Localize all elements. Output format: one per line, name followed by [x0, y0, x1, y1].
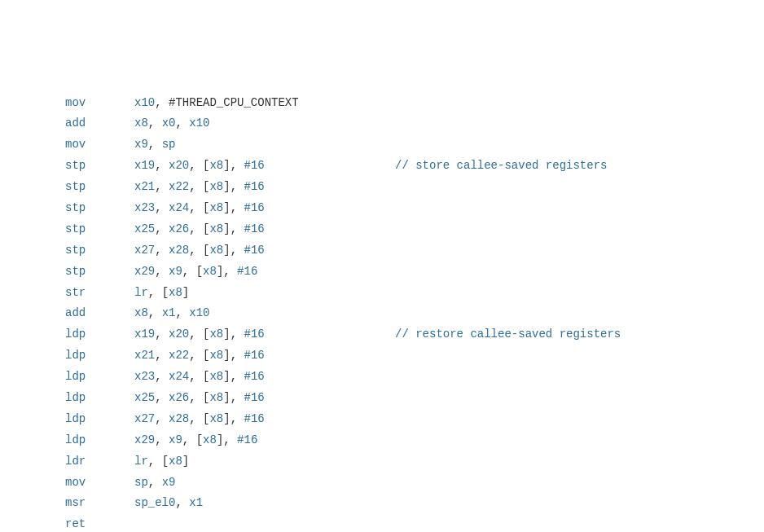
comment: // restore callee-saved registers [395, 328, 621, 341]
mnemonic: mov [65, 93, 134, 114]
mnemonic: ldp [65, 324, 134, 345]
code-line: ldpx27, x28, [x8], #16 [65, 409, 764, 430]
code-line: stpx23, x24, [x8], #16 [65, 198, 764, 219]
operands: lr, [x8] [134, 451, 395, 473]
operands: x8, x0, x10 [134, 113, 395, 134]
operands: x10, #THREAD_CPU_CONTEXT [134, 93, 395, 114]
mnemonic: ldr [65, 451, 134, 473]
mnemonic: stp [65, 156, 134, 177]
operands: x27, x28, [x8], #16 [134, 409, 395, 430]
mnemonic: stp [65, 262, 134, 283]
operands: x29, x9, [x8], #16 [134, 430, 395, 451]
mnemonic: ldp [65, 430, 134, 451]
mnemonic: stp [65, 198, 134, 219]
mnemonic: ldp [65, 388, 134, 409]
operands: x21, x22, [x8], #16 [134, 177, 395, 198]
code-line: movx10, #THREAD_CPU_CONTEXT [65, 93, 764, 114]
code-line: ldpx21, x22, [x8], #16 [65, 345, 764, 367]
operands: x19, x20, [x8], #16 [134, 156, 395, 177]
mnemonic: stp [65, 177, 134, 198]
code-line: stpx21, x22, [x8], #16 [65, 177, 764, 198]
operands: x27, x28, [x8], #16 [134, 240, 395, 262]
code-line: msrsp_el0, x1 [65, 493, 764, 514]
code-line: stpx29, x9, [x8], #16 [65, 262, 764, 283]
mnemonic: ldp [65, 409, 134, 430]
code-line: ldpx19, x20, [x8], #16// restore callee-… [65, 324, 764, 345]
mnemonic: add [65, 303, 134, 324]
mnemonic: stp [65, 240, 134, 262]
operands: sp_el0, x1 [134, 493, 395, 514]
assembly-code-block: movx10, #THREAD_CPU_CONTEXTaddx8, x0, x1… [65, 93, 764, 532]
code-line: movx9, sp [65, 134, 764, 156]
operands: lr, [x8] [134, 283, 395, 304]
mnemonic: stp [65, 219, 134, 240]
mnemonic: add [65, 113, 134, 134]
mnemonic: ldp [65, 367, 134, 388]
mnemonic: msr [65, 493, 134, 514]
code-line: addx8, x1, x10 [65, 303, 764, 324]
operands: x23, x24, [x8], #16 [134, 367, 395, 388]
mnemonic: ldp [65, 345, 134, 367]
mnemonic: ret [65, 514, 134, 532]
comment: // store callee-saved registers [395, 159, 607, 172]
operands: x19, x20, [x8], #16 [134, 324, 395, 345]
operands: x9, sp [134, 134, 395, 156]
operands: sp, x9 [134, 473, 395, 494]
operands: x25, x26, [x8], #16 [134, 219, 395, 240]
code-line: stpx25, x26, [x8], #16 [65, 219, 764, 240]
code-line: strlr, [x8] [65, 283, 764, 304]
operands: x29, x9, [x8], #16 [134, 262, 395, 283]
mnemonic: mov [65, 134, 134, 156]
operands: x8, x1, x10 [134, 303, 395, 324]
operands: x23, x24, [x8], #16 [134, 198, 395, 219]
code-line: stpx27, x28, [x8], #16 [65, 240, 764, 262]
code-line: stpx19, x20, [x8], #16// store callee-sa… [65, 156, 764, 177]
code-line: ldpx23, x24, [x8], #16 [65, 367, 764, 388]
code-line: ret [65, 514, 764, 532]
operands: x25, x26, [x8], #16 [134, 388, 395, 409]
mnemonic: mov [65, 473, 134, 494]
code-line: ldrlr, [x8] [65, 451, 764, 473]
operands: x21, x22, [x8], #16 [134, 345, 395, 367]
code-line: ldpx29, x9, [x8], #16 [65, 430, 764, 451]
code-line: movsp, x9 [65, 473, 764, 494]
code-line: ldpx25, x26, [x8], #16 [65, 388, 764, 409]
code-line: addx8, x0, x10 [65, 113, 764, 134]
mnemonic: str [65, 283, 134, 304]
